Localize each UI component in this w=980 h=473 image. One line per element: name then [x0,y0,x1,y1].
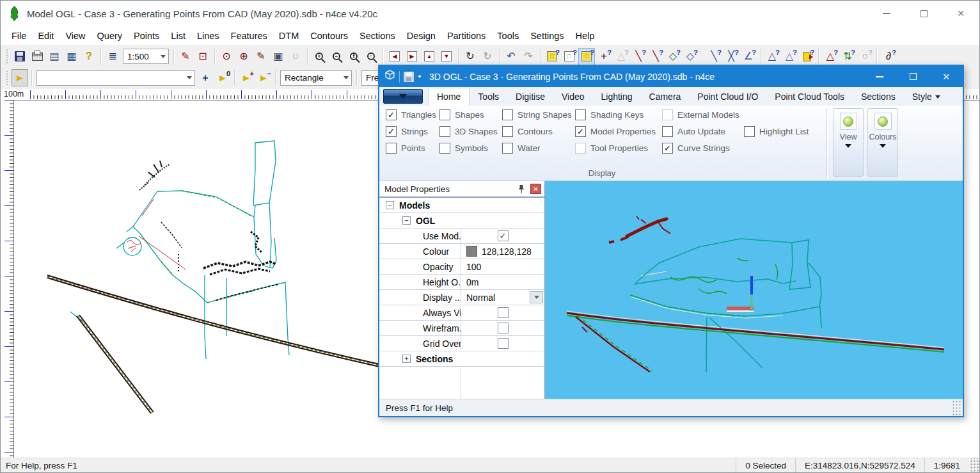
tab-lighting[interactable]: Lighting [593,88,641,106]
zoom-scale-icon[interactable]: ↑ [363,48,379,65]
query-shape-icon[interactable]: ◇? [665,48,681,65]
file-properties-icon[interactable]: ▦ [63,48,80,65]
display-checkbox-string-shapes[interactable]: String Shapes [502,108,575,122]
menu-features[interactable]: Features [225,28,273,44]
window-overlap-icon[interactable]: ▣ [270,48,287,65]
tab-point-cloud-tools[interactable]: Point Cloud Tools [766,88,853,106]
display-checkbox-shading-keys[interactable]: Shading Keys [575,108,662,122]
menu-settings[interactable]: Settings [525,28,569,44]
display-checkbox-tool-properties[interactable]: Tool Properties [575,141,662,155]
display-checkbox-highlight-list[interactable]: Highlight List [744,125,825,138]
query-string-icon[interactable]: □? [561,48,578,65]
query-arc-icon[interactable]: ∂? [880,48,897,65]
display-checkbox-strings[interactable]: ✓Strings [386,125,439,138]
zoom-in-icon[interactable]: + [311,48,328,65]
point-plus-icon[interactable]: ►+ [238,69,255,86]
display-checkbox-auto-update[interactable]: Auto Update [662,125,744,138]
maximize-button[interactable] [905,1,942,26]
redraw-icon[interactable]: ↻ [462,48,478,65]
viewport-3d[interactable] [544,181,963,399]
child-maximize-button[interactable] [896,66,929,87]
resize-grip[interactable] [969,458,979,472]
zoom-circle-icon[interactable]: ⊕ [235,48,252,65]
tree-item-ogl[interactable]: −OGL [379,213,544,228]
child-close-button[interactable]: ✕ [929,66,963,87]
point-minus-icon[interactable]: ►− [255,69,272,86]
step-right-icon[interactable]: ▶ [404,48,420,65]
panel-close-icon[interactable] [530,184,541,194]
display-checkbox-external-models[interactable]: External Models [662,108,744,122]
tree-item-sections[interactable]: +Sections [379,351,544,367]
query-point-icon[interactable]: □? [544,48,560,65]
menu-partitions[interactable]: Partitions [441,28,491,44]
print-preview-icon[interactable]: ▤ [46,48,63,65]
expander-icon[interactable]: − [402,216,411,225]
tab-sections[interactable]: Sections [853,88,904,106]
step-up-icon[interactable]: ▲ [421,48,438,65]
shape-combo[interactable]: Rectangle [280,70,352,86]
toolbar-grip[interactable] [6,49,9,64]
tab-tools[interactable]: Tools [470,88,507,106]
query-cone-icon[interactable]: △? [822,48,839,65]
step-left-icon[interactable]: ◀ [386,48,403,65]
child-minimize-button[interactable] [863,66,896,87]
chevron-down-icon[interactable] [157,55,168,58]
query-cross-icon[interactable]: ╳? [723,48,739,65]
tab-point-cloud-i-o[interactable]: Point Cloud I/O [689,88,766,106]
colours-menu-button[interactable]: Colours [867,108,898,177]
tab-home[interactable]: Home [428,88,470,106]
menu-query[interactable]: Query [91,28,129,44]
checkbox-use-mod[interactable]: ✓ [498,230,509,241]
query-model-icon[interactable]: □? [578,48,595,65]
zoom-out-icon[interactable]: − [328,48,345,65]
query-angle-icon[interactable]: ∠? [740,48,757,65]
view-menu-button[interactable]: View [833,108,864,177]
display-checkbox-symbols[interactable]: Symbols [439,141,502,155]
scale-combo[interactable]: 1:500 [123,49,169,64]
zoom-fixed-icon[interactable]: f [345,48,362,65]
menu-view[interactable]: View [59,28,91,44]
feature-combo[interactable] [36,70,195,86]
chevron-down-icon[interactable] [340,76,351,79]
application-menu-button[interactable] [383,89,423,104]
menu-file[interactable]: File [6,28,32,44]
qat-dropdown-icon[interactable] [418,76,422,78]
undo-icon[interactable]: ↶ [503,48,519,65]
save-icon[interactable] [12,48,28,65]
display-checkbox-model-properties[interactable]: ✓Model Properties [575,125,662,138]
display-checkbox-points[interactable]: Points [386,141,439,155]
quick-save-icon[interactable] [404,72,414,82]
dropdown-button[interactable] [530,291,543,303]
display-checkbox-triangles[interactable]: ✓Triangles [386,108,439,122]
tab-style[interactable]: Style [904,88,949,106]
display-checkbox-3d-shapes[interactable]: 3D Shapes [439,125,502,138]
tree-item-models[interactable]: −Models [379,198,544,213]
expander-icon[interactable]: − [386,201,394,209]
drag-pen-icon[interactable]: ✎ [253,48,269,65]
select-arrow-icon[interactable]: ► [12,69,28,86]
snap-cross-icon[interactable]: + [197,69,214,86]
child-resize-grip[interactable] [952,399,961,416]
checkbox-always-vi[interactable] [498,307,509,318]
menu-help[interactable]: Help [570,28,601,44]
query-door-icon[interactable]: ? [798,48,815,65]
display-checkbox-curve-strings[interactable]: ✓Curve Strings [662,141,744,155]
tab-video[interactable]: Video [553,88,593,106]
menu-points[interactable]: Points [128,28,165,44]
expander-icon[interactable]: + [402,355,411,363]
minimize-button[interactable] [868,1,905,26]
query-axis-icon[interactable]: ⇅? [839,48,856,65]
layers-icon[interactable]: ≣ [104,48,121,65]
menu-design[interactable]: Design [401,28,441,44]
display-checkbox-water[interactable]: Water [502,141,575,155]
step-down-icon[interactable]: ▼ [438,48,455,65]
close-button[interactable]: ✕ [942,1,979,26]
menu-sections[interactable]: Sections [354,28,401,44]
query-section-2-icon[interactable]: ╲? [647,48,664,65]
query-area-icon[interactable]: △? [764,48,780,65]
snap-arrow-icon[interactable]: ►0 [214,69,231,86]
menu-edit[interactable]: Edit [32,28,59,44]
colour-swatch[interactable] [466,246,477,257]
help-icon[interactable]: ? [81,48,97,65]
menu-list[interactable]: List [165,28,191,44]
